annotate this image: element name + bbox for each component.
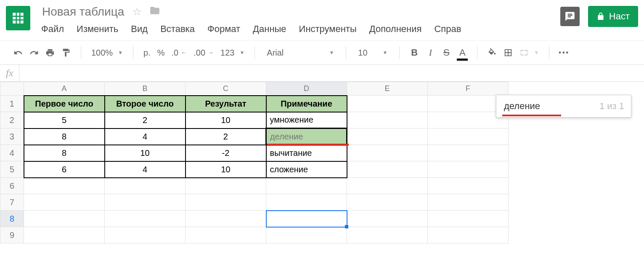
text-color-button[interactable]: A xyxy=(455,46,469,60)
selection-handle[interactable] xyxy=(345,225,348,228)
cell-B6[interactable] xyxy=(105,178,186,194)
menu-addons[interactable]: Дополнения xyxy=(369,24,422,35)
col-header-D[interactable]: D xyxy=(266,82,347,96)
cell-A3[interactable]: 8 xyxy=(24,128,105,145)
cell-D5[interactable]: сложение xyxy=(266,161,347,178)
share-button[interactable]: Наст xyxy=(588,6,638,27)
cell-E9[interactable] xyxy=(347,227,428,244)
cell-C1[interactable]: Результат xyxy=(186,96,266,112)
col-header-B[interactable]: B xyxy=(105,82,186,96)
col-header-E[interactable]: E xyxy=(347,82,428,96)
row-header-2[interactable]: 2 xyxy=(0,112,24,128)
cell-D4[interactable]: вычитание xyxy=(266,145,347,161)
doc-title[interactable]: Новая таблица xyxy=(41,3,125,20)
cell-A1[interactable]: Первое число xyxy=(24,96,105,112)
cell-E7[interactable] xyxy=(347,194,428,211)
cell-E6[interactable] xyxy=(347,178,428,194)
row-header-1[interactable]: 1 xyxy=(0,96,24,112)
cell-C4[interactable]: -2 xyxy=(186,145,266,161)
menu-file[interactable]: Файл xyxy=(41,24,64,35)
currency-button[interactable]: р. xyxy=(141,46,153,60)
select-all-corner[interactable] xyxy=(0,82,24,96)
cell-D9[interactable] xyxy=(266,227,347,244)
cell-C7[interactable] xyxy=(186,194,266,211)
spreadsheet-grid[interactable]: A B C D E F 1 Первое число Второе число … xyxy=(0,82,509,244)
italic-button[interactable]: I xyxy=(423,46,437,60)
zoom-select[interactable]: 100%▼ xyxy=(89,46,125,60)
cell-F6[interactable] xyxy=(428,178,509,194)
folder-icon[interactable] xyxy=(149,5,160,19)
cell-F5[interactable] xyxy=(428,161,509,178)
cell-D3[interactable]: деление xyxy=(266,128,347,145)
bold-button[interactable]: B xyxy=(407,46,421,60)
cell-E2[interactable] xyxy=(347,112,428,128)
cell-E5[interactable] xyxy=(347,161,428,178)
cell-F8[interactable] xyxy=(428,211,509,227)
cell-D2[interactable]: умножение xyxy=(266,112,347,128)
cell-A4[interactable]: 8 xyxy=(24,145,105,161)
cell-F3[interactable] xyxy=(428,128,509,145)
cell-C5[interactable]: 10 xyxy=(186,161,266,178)
cell-F4[interactable] xyxy=(428,145,509,161)
borders-button[interactable] xyxy=(501,46,515,60)
cell-B9[interactable] xyxy=(105,227,186,244)
number-format-select[interactable]: 123▼ xyxy=(218,46,247,60)
col-header-C[interactable]: C xyxy=(186,82,266,96)
cell-B4[interactable]: 10 xyxy=(105,145,186,161)
cell-D1[interactable]: Примечание xyxy=(266,96,347,112)
row-header-6[interactable]: 6 xyxy=(0,178,24,194)
cell-C3[interactable]: 2 xyxy=(186,128,266,145)
row-header-3[interactable]: 3 xyxy=(0,128,24,145)
col-header-A[interactable]: A xyxy=(24,82,105,96)
cell-E3[interactable] xyxy=(347,128,428,145)
cell-C6[interactable] xyxy=(186,178,266,194)
find-input[interactable] xyxy=(503,100,566,112)
cell-F7[interactable] xyxy=(428,194,509,211)
cell-B7[interactable] xyxy=(105,194,186,211)
cell-C8[interactable] xyxy=(186,211,266,227)
menu-view[interactable]: Вид xyxy=(131,24,148,35)
font-select[interactable]: Arial▼ xyxy=(262,46,338,60)
paint-format-button[interactable] xyxy=(59,46,73,60)
menu-tools[interactable]: Инструменты xyxy=(299,24,357,35)
cell-F9[interactable] xyxy=(428,227,509,244)
cell-E4[interactable] xyxy=(347,145,428,161)
menu-insert[interactable]: Вставка xyxy=(160,24,195,35)
print-button[interactable] xyxy=(43,46,57,60)
undo-button[interactable] xyxy=(11,46,25,60)
menu-format[interactable]: Формат xyxy=(207,24,240,35)
row-header-9[interactable]: 9 xyxy=(0,227,24,244)
star-icon[interactable]: ☆ xyxy=(133,6,142,18)
cell-A7[interactable] xyxy=(24,194,105,211)
redo-button[interactable] xyxy=(27,46,41,60)
cell-C2[interactable]: 10 xyxy=(186,112,266,128)
cell-E8[interactable] xyxy=(347,211,428,227)
cell-D6[interactable] xyxy=(266,178,347,194)
cell-A8[interactable] xyxy=(24,211,105,227)
percent-button[interactable]: % xyxy=(155,46,167,60)
formula-input[interactable] xyxy=(19,65,644,81)
strike-button[interactable]: S xyxy=(439,46,453,60)
merge-button[interactable]: ▼ xyxy=(517,46,541,60)
fill-color-button[interactable] xyxy=(485,46,499,60)
cell-D8[interactable] xyxy=(266,211,347,227)
cell-A9[interactable] xyxy=(24,227,105,244)
cell-A6[interactable] xyxy=(24,178,105,194)
row-header-4[interactable]: 4 xyxy=(0,145,24,161)
cell-D7[interactable] xyxy=(266,194,347,211)
comments-button[interactable] xyxy=(560,7,580,26)
menu-data[interactable]: Данные xyxy=(253,24,286,35)
cell-A2[interactable]: 5 xyxy=(24,112,105,128)
cell-B2[interactable]: 2 xyxy=(105,112,186,128)
cell-C9[interactable] xyxy=(186,227,266,244)
cell-A5[interactable]: 6 xyxy=(24,161,105,178)
cell-B8[interactable] xyxy=(105,211,186,227)
cell-B5[interactable]: 4 xyxy=(105,161,186,178)
increase-decimal-button[interactable]: .00→ xyxy=(191,46,216,60)
cell-E1[interactable] xyxy=(347,96,428,112)
cell-B1[interactable]: Второе число xyxy=(105,96,186,112)
col-header-F[interactable]: F xyxy=(428,82,509,96)
menu-help[interactable]: Справ xyxy=(434,24,461,35)
more-button[interactable]: ••• xyxy=(557,46,571,60)
decrease-decimal-button[interactable]: .0← xyxy=(169,46,190,60)
